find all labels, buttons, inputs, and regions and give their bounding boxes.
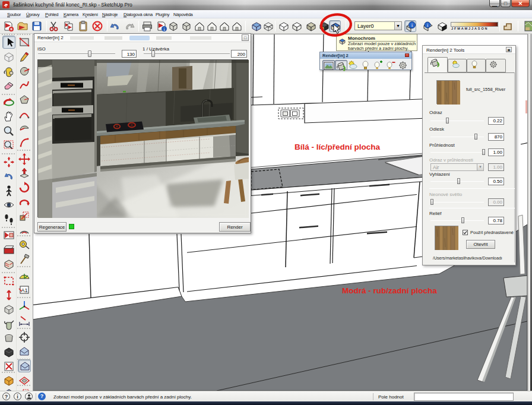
svg-text:Bílá - líc/přední plocha: Bílá - líc/přední plocha [294,143,381,151]
svg-text:Modrá - rub/zadní plocha: Modrá - rub/zadní plocha [342,286,437,295]
